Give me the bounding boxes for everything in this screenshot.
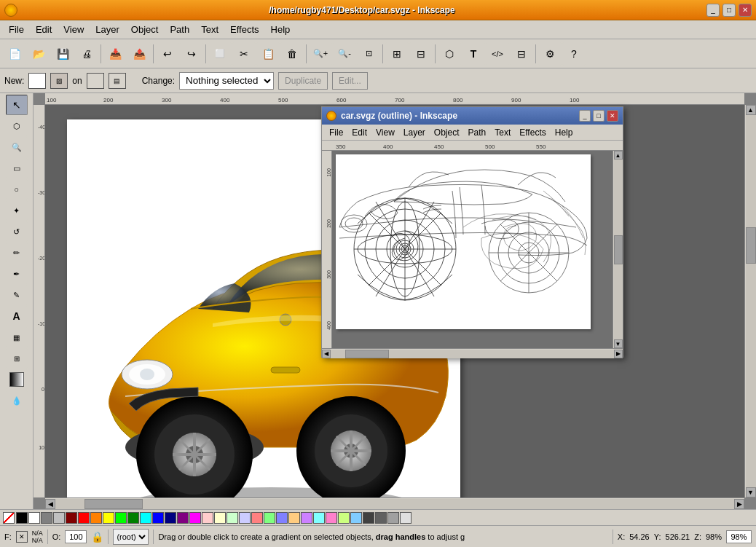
color-swatch[interactable]	[66, 512, 77, 524]
pattern-tool[interactable]: ⊞	[6, 348, 28, 369]
color-swatch[interactable]	[127, 512, 139, 524]
gradient-tool[interactable]	[6, 369, 28, 390]
help-tb-button[interactable]: ?	[562, 42, 586, 66]
color-swatch[interactable]	[41, 512, 52, 524]
outline-maximize-button[interactable]: □	[593, 110, 605, 122]
main-scrollbar-h[interactable]: ◀ ▶	[45, 497, 744, 509]
new-button[interactable]: 📄	[3, 42, 26, 66]
import-button[interactable]: 📥	[103, 42, 127, 66]
dropper-tool[interactable]: 💧	[6, 390, 28, 411]
new-rect-option[interactable]	[28, 73, 46, 89]
zoom-input[interactable]	[726, 530, 752, 543]
lock-icon[interactable]: 🔒	[91, 531, 103, 543]
color-swatch[interactable]	[350, 512, 362, 524]
zoom-in-button[interactable]: 🔍+	[309, 42, 332, 66]
rect-tool[interactable]: ▭	[6, 158, 28, 178]
menu-help[interactable]: Help	[265, 23, 296, 36]
opacity-input[interactable]	[65, 530, 87, 543]
zoom-fit-button[interactable]: ⊡	[357, 42, 380, 66]
paste-button[interactable]: 📋	[256, 42, 280, 66]
outline-scroll-down[interactable]: ▼	[614, 339, 623, 348]
outline-hscroll-thumb[interactable]	[345, 350, 389, 358]
layer-button[interactable]: ⊟	[510, 42, 533, 66]
outline-menu-text[interactable]: Text	[490, 126, 515, 139]
outline-minimize-button[interactable]: _	[579, 110, 591, 122]
color-swatch[interactable]	[165, 512, 176, 524]
open-button[interactable]: 📂	[27, 42, 50, 66]
color-swatch[interactable]	[16, 512, 28, 524]
nothing-selected-dropdown[interactable]: Nothing selected	[179, 72, 274, 90]
color-swatch[interactable]	[227, 512, 238, 524]
color-swatch[interactable]	[53, 512, 65, 524]
color-swatch[interactable]	[387, 512, 399, 524]
node-tool[interactable]: ⬡	[6, 116, 28, 136]
color-swatch[interactable]	[338, 512, 350, 524]
cut-button[interactable]: ✂	[232, 42, 256, 66]
delete-button[interactable]: 🗑	[280, 42, 304, 66]
xml-button[interactable]: </>	[486, 42, 509, 66]
menu-view[interactable]: View	[58, 23, 90, 36]
new-on-option[interactable]: ▨	[50, 73, 68, 89]
color-swatch[interactable]	[189, 512, 201, 524]
color-swatch[interactable]	[326, 512, 337, 524]
menu-object[interactable]: Object	[125, 23, 165, 36]
outline-scroll-up[interactable]: ▲	[614, 151, 623, 160]
color-swatch[interactable]	[103, 512, 114, 524]
color-swatch[interactable]	[239, 512, 251, 524]
menu-path[interactable]: Path	[164, 23, 195, 36]
fill-swatch[interactable]: ✕	[16, 531, 28, 543]
outline-menu-layer[interactable]: Layer	[399, 126, 430, 139]
color-swatch[interactable]	[375, 512, 387, 524]
main-scroll-up[interactable]: ▲	[746, 105, 756, 115]
color-swatch[interactable]	[363, 512, 374, 524]
main-scroll-right[interactable]: ▶	[734, 499, 744, 509]
edit-button[interactable]: Edit...	[332, 72, 368, 90]
symbol-tool[interactable]: ▦	[6, 327, 28, 347]
outline-menu-help[interactable]: Help	[551, 126, 578, 139]
outline-menu-edit[interactable]: Edit	[347, 126, 371, 139]
menu-layer[interactable]: Layer	[90, 23, 125, 36]
color-swatch[interactable]	[276, 512, 288, 524]
outline-menu-view[interactable]: View	[371, 126, 399, 139]
minimize-button[interactable]: _	[706, 4, 720, 17]
pen-tool[interactable]: ✒	[6, 264, 28, 284]
main-scroll-thumb[interactable]	[746, 227, 756, 264]
color-swatch[interactable]	[152, 512, 164, 524]
node-editor-button[interactable]: ⬡	[438, 42, 461, 66]
zoom-tool[interactable]: 🔍	[6, 137, 28, 157]
color-swatch[interactable]	[78, 512, 90, 524]
duplicate-button[interactable]: Duplicate	[278, 72, 328, 90]
color-swatch[interactable]	[288, 512, 300, 524]
copy-button[interactable]: ⬜	[208, 42, 232, 66]
export-button[interactable]: 📤	[127, 42, 151, 66]
on-box2[interactable]: ▤	[109, 73, 126, 89]
outline-scroll-thumb[interactable]	[614, 235, 623, 264]
outline-menu-path[interactable]: Path	[464, 126, 491, 139]
color-swatch[interactable]	[400, 512, 412, 524]
menu-effects[interactable]: Effects	[224, 23, 265, 36]
transform-button[interactable]: ⊞	[385, 42, 409, 66]
color-swatch[interactable]	[28, 512, 40, 524]
menu-edit[interactable]: Edit	[30, 23, 58, 36]
outline-menu-object[interactable]: Object	[430, 126, 464, 139]
color-swatch[interactable]	[177, 512, 189, 524]
outline-canvas[interactable]	[332, 151, 613, 348]
prefs-button[interactable]: ⚙	[538, 42, 562, 66]
color-swatch[interactable]	[202, 512, 213, 524]
color-swatch[interactable]	[214, 512, 226, 524]
pencil-tool[interactable]: ✏	[6, 243, 28, 263]
main-hscroll-thumb[interactable]	[84, 499, 143, 509]
menu-file[interactable]: File	[3, 23, 30, 36]
select-tool[interactable]: ↖	[6, 95, 28, 115]
spiral-tool[interactable]: ↺	[6, 221, 28, 242]
align-button[interactable]: ⊟	[409, 42, 433, 66]
color-swatch[interactable]	[140, 512, 151, 524]
menu-text[interactable]: Text	[195, 23, 224, 36]
main-scroll-down[interactable]: ▼	[746, 487, 756, 497]
save-button[interactable]: 💾	[51, 42, 74, 66]
ellipse-tool[interactable]: ○	[6, 179, 28, 200]
color-swatch[interactable]	[313, 512, 325, 524]
outline-scrollbar-v[interactable]: ▲ ▼	[613, 151, 623, 348]
undo-button[interactable]: ↩	[156, 42, 179, 66]
redo-button[interactable]: ↪	[180, 42, 203, 66]
